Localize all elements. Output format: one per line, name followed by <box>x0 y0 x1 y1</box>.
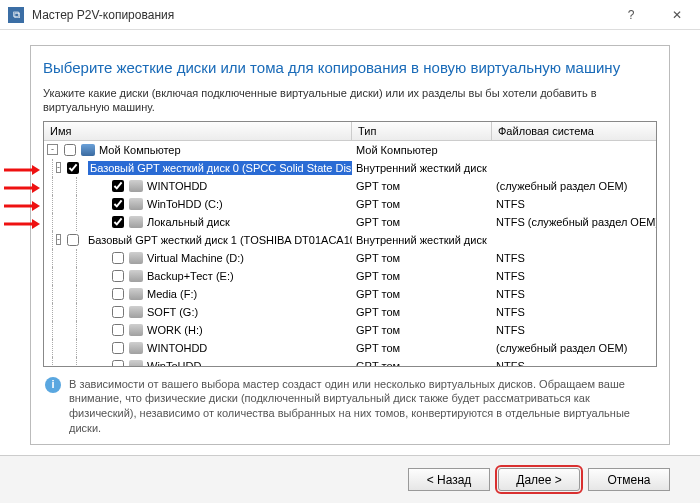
info-text: В зависимости от вашего выбора мастер со… <box>69 377 655 436</box>
tree-row[interactable]: SOFT (G:)GPT томNTFS <box>44 303 656 321</box>
tree-checkbox[interactable] <box>112 288 124 300</box>
tree-label: Мой Компьютер <box>99 143 181 157</box>
tree-checkbox[interactable] <box>112 342 124 354</box>
tree-checkbox[interactable] <box>112 198 124 210</box>
tree-label: WINTOHDD <box>147 341 207 355</box>
tree-row[interactable]: WINTOHDDGPT том(служебный раздел OEM) <box>44 177 656 195</box>
cell-type: Внутренний жесткий диск <box>352 162 492 174</box>
tree-label: Базовый GPT жесткий диск 0 (SPCC Solid S… <box>88 161 352 175</box>
cell-type: GPT том <box>352 342 492 354</box>
cell-fs: NTFS <box>492 252 656 264</box>
tree-label: WinToHDD (C:) <box>147 197 223 211</box>
tree-label: SOFT (G:) <box>147 305 198 319</box>
cancel-button[interactable]: Отмена <box>588 468 670 491</box>
cell-type: GPT том <box>352 288 492 300</box>
tree-checkbox[interactable] <box>112 360 124 366</box>
tree-row[interactable]: WINTOHDDGPT том(служебный раздел OEM) <box>44 339 656 357</box>
tree-label: Локальный диск <box>147 215 230 229</box>
cell-fs: NTFS <box>492 288 656 300</box>
volume-icon <box>129 216 143 228</box>
tree-row[interactable]: Backup+Тест (E:)GPT томNTFS <box>44 267 656 285</box>
tree-expander[interactable]: - <box>56 162 61 173</box>
volume-icon <box>129 252 143 264</box>
tree-row[interactable]: WORK (H:)GPT томNTFS <box>44 321 656 339</box>
tree-label: Media (F:) <box>147 287 197 301</box>
tree-checkbox[interactable] <box>112 306 124 318</box>
app-icon: ⧉ <box>8 7 24 23</box>
wizard-page: Выберите жесткие диски или тома для копи… <box>30 45 670 445</box>
tree-label: WinToHDD <box>147 359 201 366</box>
tree-row[interactable]: Локальный дискGPT томNTFS (служебный раз… <box>44 213 656 231</box>
tree-row[interactable]: WinToHDDGPT томNTFS <box>44 357 656 366</box>
tree-expander[interactable]: - <box>56 234 61 245</box>
tree-row[interactable]: -Мой КомпьютерМой Компьютер <box>44 141 656 159</box>
disk-tree-grid: Имя Тип Файловая система -Мой КомпьютерМ… <box>43 121 657 367</box>
tree-checkbox[interactable] <box>112 180 124 192</box>
tree-expander[interactable]: - <box>47 144 58 155</box>
cell-fs: NTFS <box>492 198 656 210</box>
volume-icon <box>129 306 143 318</box>
tree-checkbox[interactable] <box>67 162 79 174</box>
volume-icon <box>129 288 143 300</box>
volume-icon <box>129 324 143 336</box>
tree-checkbox[interactable] <box>112 270 124 282</box>
volume-icon <box>129 180 143 192</box>
wizard-footer: < Назад Далее > Отмена <box>0 455 700 503</box>
cell-fs: NTFS <box>492 270 656 282</box>
computer-icon <box>81 144 95 156</box>
cell-fs: (служебный раздел OEM) <box>492 342 656 354</box>
cell-type: Мой Компьютер <box>352 144 492 156</box>
tree-checkbox[interactable] <box>112 216 124 228</box>
tree-label: Backup+Тест (E:) <box>147 269 234 283</box>
cell-type: GPT том <box>352 324 492 336</box>
page-subheading: Укажите какие диски (включая подключенны… <box>43 86 657 121</box>
cell-type: GPT том <box>352 216 492 228</box>
cell-type: GPT том <box>352 270 492 282</box>
help-button[interactable]: ? <box>608 0 654 30</box>
tree-checkbox[interactable] <box>64 144 76 156</box>
col-fs[interactable]: Файловая система <box>492 122 656 140</box>
cell-type: Внутренний жесткий диск <box>352 234 492 246</box>
info-icon: i <box>45 377 61 393</box>
titlebar: ⧉ Мастер P2V-копирования ? ✕ <box>0 0 700 30</box>
back-button[interactable]: < Назад <box>408 468 490 491</box>
tree-row[interactable]: WinToHDD (C:)GPT томNTFS <box>44 195 656 213</box>
cell-fs: NTFS (служебный раздел OEM) <box>492 216 656 228</box>
cell-fs: NTFS <box>492 360 656 366</box>
volume-icon <box>129 270 143 282</box>
tree-row[interactable]: Media (F:)GPT томNTFS <box>44 285 656 303</box>
close-button[interactable]: ✕ <box>654 0 700 30</box>
cell-fs: (служебный раздел OEM) <box>492 180 656 192</box>
volume-icon <box>129 360 143 366</box>
window-title: Мастер P2V-копирования <box>32 8 608 22</box>
tree-row[interactable]: -Базовый GPT жесткий диск 1 (TOSHIBA DT0… <box>44 231 656 249</box>
volume-icon <box>129 198 143 210</box>
volume-icon <box>129 342 143 354</box>
tree-label: Virtual Machine (D:) <box>147 251 244 265</box>
cell-type: GPT том <box>352 180 492 192</box>
col-name[interactable]: Имя <box>44 122 352 140</box>
tree-label: WINTOHDD <box>147 179 207 193</box>
tree-row[interactable]: Virtual Machine (D:)GPT томNTFS <box>44 249 656 267</box>
grid-body[interactable]: -Мой КомпьютерМой Компьютер-Базовый GPT … <box>44 141 656 366</box>
cell-fs: NTFS <box>492 306 656 318</box>
cell-type: GPT том <box>352 252 492 264</box>
tree-checkbox[interactable] <box>112 252 124 264</box>
cell-type: GPT том <box>352 306 492 318</box>
tree-label: Базовый GPT жесткий диск 1 (TOSHIBA DT01… <box>88 233 352 247</box>
grid-header: Имя Тип Файловая система <box>44 122 656 141</box>
page-heading: Выберите жесткие диски или тома для копи… <box>43 54 657 86</box>
col-type[interactable]: Тип <box>352 122 492 140</box>
tree-checkbox[interactable] <box>67 234 79 246</box>
tree-label: WORK (H:) <box>147 323 203 337</box>
cell-type: GPT том <box>352 198 492 210</box>
tree-row[interactable]: -Базовый GPT жесткий диск 0 (SPCC Solid … <box>44 159 656 177</box>
next-button[interactable]: Далее > <box>498 468 580 491</box>
cell-type: GPT том <box>352 360 492 366</box>
info-box: i В зависимости от вашего выбора мастер … <box>43 367 657 436</box>
cell-fs: NTFS <box>492 324 656 336</box>
tree-checkbox[interactable] <box>112 324 124 336</box>
